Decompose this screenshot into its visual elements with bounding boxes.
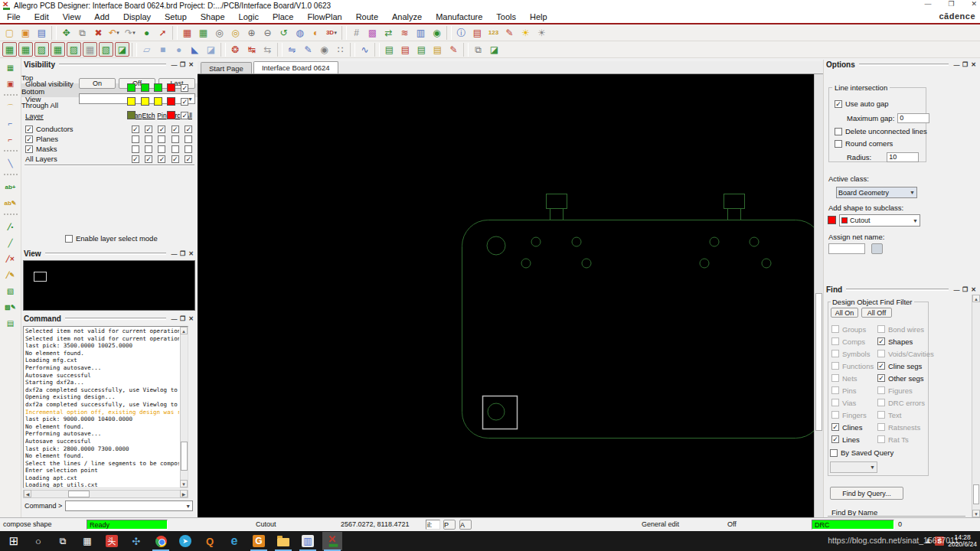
checkbox[interactable]	[172, 145, 179, 153]
checkbox[interactable]	[831, 374, 839, 382]
checkbox[interactable]: ✓	[877, 362, 885, 370]
taskbar-calculator-icon[interactable]: ▦	[77, 532, 97, 550]
zoom-fit-icon[interactable]: ◎	[228, 25, 243, 40]
shape-circular-icon[interactable]: ●	[172, 42, 186, 57]
world-view-icon[interactable]: ◉	[430, 25, 444, 40]
route-elbow-icon[interactable]: ⌐	[3, 132, 18, 147]
slide-icon[interactable]: ╱	[3, 236, 18, 250]
checkbox[interactable]: ✓	[172, 126, 179, 133]
snapshot-icon[interactable]: ◉	[317, 42, 332, 57]
taskbar-task-view-icon[interactable]: ⧉	[53, 532, 73, 550]
checkbox[interactable]: ✓	[185, 155, 192, 163]
delete-icon[interactable]: ✖	[91, 25, 106, 40]
report-nets-icon[interactable]: ▤	[382, 42, 397, 57]
checkbox[interactable]	[877, 325, 885, 333]
layer-color-swatch[interactable]	[167, 111, 175, 119]
taskbar-start-icon[interactable]: ⊞	[4, 532, 24, 550]
signal-waveform-icon[interactable]: ∿	[358, 42, 372, 57]
layer-color-swatch[interactable]	[167, 97, 175, 106]
panel-close-icon[interactable]: ✕	[969, 286, 978, 293]
day-mode-icon[interactable]: ☀	[518, 25, 533, 40]
subclass-select[interactable]: Cutout▼	[839, 214, 920, 227]
taskbar-search-tool-icon[interactable]: Q	[200, 532, 220, 550]
checkbox[interactable]: ✓	[172, 155, 179, 163]
shadow-toggle-icon[interactable]: ◐	[309, 25, 323, 40]
checkbox[interactable]	[831, 325, 839, 333]
taskbar-edge-icon[interactable]: e	[224, 532, 244, 550]
minimize-button[interactable]: —	[924, 0, 931, 8]
checkbox[interactable]	[877, 435, 885, 443]
open-drawing-icon[interactable]: ▣	[18, 25, 33, 40]
view-thumbnail[interactable]	[23, 260, 195, 311]
panel-close-icon[interactable]: ✕	[187, 61, 195, 68]
checkbox[interactable]: ✓	[145, 126, 152, 133]
checkbox[interactable]	[877, 411, 885, 419]
panel-float-icon[interactable]: ❐	[178, 250, 187, 257]
checkbox[interactable]: ✓	[831, 423, 839, 431]
panel-minimize-icon[interactable]: —	[952, 61, 961, 68]
show-element-icon[interactable]: ⓘ	[454, 25, 469, 40]
taskbar-pcb-viewer-icon[interactable]: ▥	[298, 532, 318, 550]
layer-color-swatch[interactable]	[141, 97, 149, 106]
checkbox[interactable]	[831, 386, 839, 394]
layer-color-swatch[interactable]	[154, 83, 162, 92]
layer-color-swatch[interactable]	[127, 111, 136, 119]
slide-edit-icon[interactable]: ╱✎	[3, 268, 18, 282]
pan-icon[interactable]: ●	[139, 25, 154, 40]
layer-color-swatch[interactable]	[167, 83, 175, 92]
shape-select-icon[interactable]: ◣	[188, 42, 202, 57]
spacing-horizontal-icon[interactable]: ↹	[244, 42, 259, 57]
night-mode-icon[interactable]: ☀	[534, 25, 549, 40]
menu-view[interactable]: View	[56, 11, 88, 23]
redo-icon[interactable]: ↷▼	[123, 25, 138, 40]
menu-manufacture[interactable]: Manufacture	[429, 11, 489, 23]
status-p-button[interactable]: P	[443, 520, 456, 530]
checkbox[interactable]: ✓	[145, 155, 152, 163]
panel-close-icon[interactable]: ✕	[187, 250, 195, 257]
visibility-toggle-icon[interactable]: ▥	[413, 25, 428, 40]
menu-route[interactable]: Route	[349, 11, 385, 23]
add-line-icon[interactable]: ╲	[3, 156, 18, 171]
menu-add[interactable]: Add	[87, 11, 116, 23]
checkbox[interactable]: ✓	[877, 337, 885, 345]
layout-mode-4-icon[interactable]: ▦	[51, 42, 65, 57]
taskbar-file-explorer-icon[interactable]	[273, 532, 293, 550]
panel-float-icon[interactable]: ❐	[178, 61, 187, 68]
report-summary-icon[interactable]: ▤	[430, 42, 445, 57]
checkbox[interactable]	[158, 145, 165, 153]
report-symbols-icon[interactable]: ▤	[414, 42, 429, 57]
taskbar-g-app-icon[interactable]: G	[249, 532, 269, 550]
taskbar-allegro-icon[interactable]	[322, 532, 342, 550]
checkbox[interactable]	[145, 135, 152, 143]
menu-edit[interactable]: Edit	[28, 11, 56, 23]
checkbox[interactable]: ✓	[181, 84, 188, 92]
panel-minimize-icon[interactable]: —	[170, 315, 178, 322]
redraw-icon[interactable]: ▦	[196, 25, 211, 40]
radius-input[interactable]: 10	[887, 152, 919, 162]
save-drawing-icon[interactable]: ▤	[34, 25, 49, 40]
layout-mode-5-icon[interactable]: ▨	[67, 42, 81, 57]
layer-color-swatch[interactable]	[127, 83, 136, 92]
slide-add-icon[interactable]: ╱•	[3, 220, 18, 234]
shape-add-icon[interactable]: ▦	[3, 60, 18, 75]
panel-minimize-icon[interactable]: —	[952, 286, 961, 293]
checkbox[interactable]	[132, 135, 139, 143]
zoom-in-icon[interactable]: ⊕	[244, 25, 259, 40]
use-auto-gap-checkbox[interactable]: ✓	[835, 100, 842, 108]
dimension-icon[interactable]: ∷	[333, 42, 348, 57]
round-corners-checkbox[interactable]	[835, 140, 842, 148]
taskbar-chrome-icon[interactable]	[151, 532, 171, 550]
close-button[interactable]: ✕	[971, 0, 977, 8]
checkbox[interactable]	[877, 399, 885, 406]
net-name-input[interactable]	[828, 243, 865, 254]
restore-button[interactable]: ❐	[948, 0, 954, 8]
grid-toggle-icon[interactable]: #	[349, 25, 364, 40]
layout-mode-6-icon[interactable]: ▦	[83, 42, 97, 57]
enable-layer-select-checkbox[interactable]	[65, 235, 73, 243]
panel-float-icon[interactable]: ❐	[961, 61, 969, 68]
shape-void-icon[interactable]: ◪	[204, 42, 218, 57]
swap-layers-icon[interactable]: ⇄	[381, 25, 396, 40]
by-saved-query-checkbox[interactable]	[830, 449, 838, 457]
net-schedule-icon[interactable]: ▤	[3, 316, 18, 331]
pad-edit-icon[interactable]: ▣	[3, 77, 18, 91]
